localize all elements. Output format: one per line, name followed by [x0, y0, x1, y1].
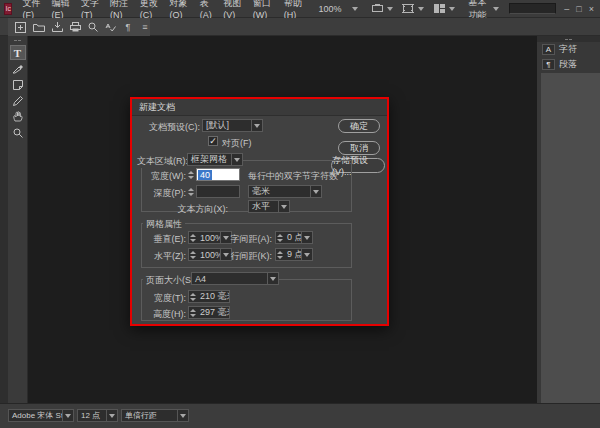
zoom-level-value: 100%	[319, 4, 342, 14]
chevron-down-icon	[180, 414, 186, 418]
new-document-icon[interactable]	[15, 21, 26, 34]
chevron-down-icon	[313, 190, 319, 194]
direction-select[interactable]: 水平	[248, 200, 290, 213]
open-folder-icon[interactable]	[33, 21, 45, 34]
arrange-documents-dropdown[interactable]	[433, 2, 455, 15]
application-toolbar: ¶ ≡	[0, 18, 600, 36]
page-width-label: 宽度(T):	[146, 292, 186, 305]
track-changes-tool[interactable]	[10, 61, 26, 76]
new-document-dialog: 新建文档 文档预设(C): [默认] ✓ 对页(F) 确定 取消 存储预设(V)…	[130, 97, 389, 326]
chevron-down-icon	[254, 124, 260, 128]
chevron-down-icon	[270, 277, 276, 281]
paragraph-panel-icon: ¶	[542, 59, 555, 70]
left-dock-strip	[0, 36, 8, 403]
stepper[interactable]	[189, 248, 197, 261]
width-label: 宽度(W):	[146, 170, 186, 183]
window-controls: – □ ×	[564, 4, 594, 14]
tools-panel-grip[interactable]	[8, 36, 27, 44]
grid-horizontal-label: 水平(Z):	[146, 250, 186, 263]
menu-file[interactable]: 文件(F)	[17, 0, 46, 20]
print-icon[interactable]	[70, 21, 81, 34]
menu-object[interactable]: 对象(O)	[165, 0, 195, 20]
minimize-button[interactable]: –	[564, 4, 569, 14]
width-hint: 每行中的双字节字符数	[248, 170, 338, 183]
status-bar: Adobe 宋体 Std 12 点 单倍行距 F: H: T: T 无信息	[0, 403, 600, 428]
page-width-input[interactable]: 210 毫米	[188, 290, 230, 303]
note-tool[interactable]	[10, 77, 26, 92]
menu-window[interactable]: 窗口(W)	[248, 0, 279, 20]
chevron-down-icon	[109, 414, 115, 418]
chevron-down-icon	[65, 414, 71, 418]
menu-changes[interactable]: 更改(C)	[135, 0, 165, 20]
character-panel-icon: A	[542, 44, 555, 55]
page-height-input[interactable]: 297 毫米	[188, 306, 230, 319]
stepper[interactable]	[189, 306, 197, 319]
close-button[interactable]: ×	[589, 4, 594, 14]
character-panel-button[interactable]: A 字符	[537, 42, 600, 57]
font-family-select[interactable]: Adobe 宋体 Std	[8, 409, 74, 422]
page-size-select[interactable]: A4	[191, 272, 279, 285]
app-logo-icon: Ic	[4, 3, 12, 15]
stepper[interactable]	[276, 248, 284, 261]
menu-table[interactable]: 表(A)	[195, 0, 219, 20]
paragraph-panel-label: 段落	[559, 58, 577, 71]
dialog-title-bar[interactable]: 新建文档	[132, 99, 387, 116]
tools-panel: T	[8, 36, 28, 403]
view-options-icon	[371, 2, 384, 15]
chevron-down-icon	[449, 7, 455, 11]
width-input[interactable]: 40	[196, 168, 240, 181]
direction-label: 文本方向(X):	[168, 203, 228, 216]
maximize-button[interactable]: □	[576, 4, 581, 14]
zoom-level-select[interactable]: 100%	[315, 3, 362, 15]
menubar: Ic 文件(F) 编辑(E) 文字(T) 附注(N) 更改(C) 对象(O) 表…	[0, 0, 600, 18]
preset-select[interactable]: [默认]	[202, 119, 263, 132]
ok-button[interactable]: 确定	[338, 119, 380, 133]
cancel-button[interactable]: 取消	[338, 141, 380, 155]
save-icon[interactable]	[52, 21, 63, 34]
hidden-characters-icon[interactable]: ¶	[123, 21, 133, 34]
chevron-down-icon	[493, 7, 499, 11]
zoom-tool[interactable]	[10, 125, 26, 140]
line-aki-select[interactable]: 9 点	[275, 248, 313, 261]
stepper[interactable]	[189, 290, 197, 303]
stepper[interactable]	[276, 231, 284, 244]
more-options-icon[interactable]: ≡	[140, 21, 150, 34]
menu-edit[interactable]: 编辑(E)	[47, 0, 76, 20]
page-height-label: 高度(H):	[146, 308, 186, 321]
menu-view[interactable]: 视图(V)	[218, 0, 247, 20]
line-aki-label: 行间距(K):	[224, 250, 272, 263]
char-aki-label: 字间距(A):	[224, 233, 272, 246]
search-input[interactable]	[509, 3, 556, 14]
font-size-select[interactable]: 12 点	[77, 409, 118, 422]
spell-check-icon[interactable]	[105, 21, 116, 34]
menu-help[interactable]: 帮助(H)	[279, 0, 309, 20]
view-options-dropdown[interactable]	[371, 2, 393, 15]
menu-notes[interactable]: 附注(N)	[105, 0, 135, 20]
width-stepper[interactable]	[187, 168, 195, 181]
search-icon[interactable]	[88, 21, 98, 34]
pencil-tool[interactable]	[10, 93, 26, 108]
text-area-select[interactable]: 框架网格	[187, 153, 243, 166]
chevron-down-icon	[418, 7, 424, 11]
paragraph-panel-button[interactable]: ¶ 段落	[537, 57, 600, 72]
arrange-documents-icon	[433, 2, 446, 15]
facing-pages-checkbox[interactable]: ✓	[208, 136, 218, 146]
hand-tool[interactable]	[10, 109, 26, 124]
stepper[interactable]	[189, 231, 197, 244]
grid-attributes-title: 网格属性	[143, 218, 185, 231]
screen-mode-dropdown[interactable]	[402, 2, 424, 15]
chevron-down-icon	[281, 205, 287, 209]
depth-unit-select[interactable]: 毫米	[248, 185, 322, 198]
type-tool[interactable]: T	[10, 45, 26, 60]
chevron-down-icon	[304, 236, 310, 240]
chevron-down-icon	[304, 253, 310, 257]
depth-label: 深度(P):	[146, 187, 186, 200]
char-aki-select[interactable]: 0 点	[275, 231, 313, 244]
depth-input[interactable]	[196, 185, 240, 198]
chevron-down-icon	[387, 7, 393, 11]
depth-stepper[interactable]	[187, 185, 195, 198]
leading-select[interactable]: 单倍行距	[121, 409, 189, 422]
chevron-down-icon	[234, 158, 240, 162]
text-area-label: 文本区域(R):	[134, 155, 191, 168]
menu-type[interactable]: 文字(T)	[76, 0, 105, 20]
